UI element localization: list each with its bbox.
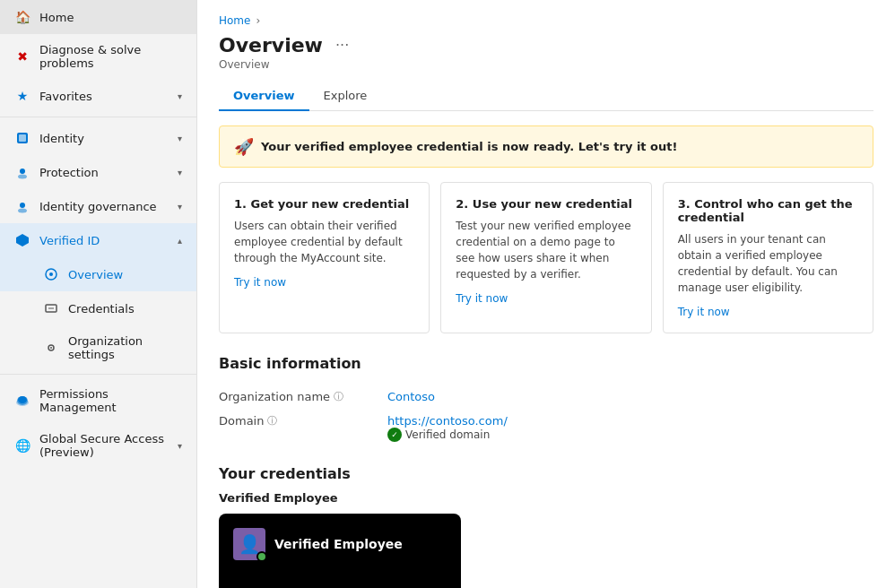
step-card-2: 2. Use your new credential Test your new… — [440, 182, 651, 333]
chevron-down-icon-governance: ▾ — [178, 202, 182, 212]
verified-id-icon — [14, 232, 30, 248]
svg-point-5 — [18, 209, 27, 213]
step-card-2-title: 2. Use your new credential — [456, 197, 636, 211]
credential-type-label: Verified Employee — [219, 491, 873, 505]
sidebar-submenu-item-overview[interactable]: Overview — [0, 257, 196, 291]
card-avatar-icon: 👤 — [239, 533, 261, 555]
sidebar-item-diagnose-label: Diagnose & solve problems — [39, 43, 182, 70]
sidebar-item-protection[interactable]: Protection ▾ — [0, 155, 196, 189]
sidebar-item-home-label: Home — [39, 11, 182, 24]
sidebar-item-global-secure-label: Global Secure Access (Preview) — [39, 432, 169, 459]
verified-check-icon: ✓ — [387, 428, 402, 442]
chevron-up-icon-verified-id: ▴ — [178, 236, 182, 246]
credential-ready-banner: 🚀 Your verified employee credential is n… — [219, 125, 873, 168]
sidebar-item-favorites[interactable]: ★ Favorites ▾ — [0, 79, 196, 113]
star-icon: ★ — [14, 88, 30, 104]
sidebar-item-verified-id[interactable]: Verified ID ▴ — [0, 223, 196, 257]
step-card-1-title: 1. Get your new credential — [234, 197, 414, 211]
domain-link[interactable]: https://contoso.com/ — [387, 414, 508, 428]
home-icon: 🏠 — [14, 9, 30, 25]
card-avatar-dot — [256, 551, 267, 562]
sidebar-item-permissions-label: Permissions Management — [39, 387, 182, 414]
chevron-down-icon-identity: ▾ — [178, 134, 182, 143]
step-card-1: 1. Get your new credential Users can obt… — [219, 182, 430, 333]
org-name-info-icon[interactable]: ⓘ — [334, 390, 343, 403]
sidebar-item-diagnose[interactable]: ✖ Diagnose & solve problems — [0, 34, 196, 79]
chevron-down-icon: ▾ — [178, 91, 182, 101]
sidebar-submenu-verified-id: Overview Credentials Organization settin… — [0, 257, 196, 370]
page-title: Overview — [219, 34, 323, 56]
cloud-icon — [14, 393, 30, 409]
banner-text: Your verified employee credential is now… — [261, 140, 677, 153]
step-card-3: 3. Control who can get the credential Al… — [663, 182, 873, 333]
sidebar-submenu-item-credentials[interactable]: Credentials — [0, 291, 196, 325]
sidebar-submenu-org-settings-label: Organization settings — [68, 334, 182, 361]
step-card-2-desc: Test your new verified employee credenti… — [456, 218, 636, 282]
sidebar-submenu-item-org-settings[interactable]: Organization settings — [0, 325, 196, 370]
step-card-1-try-link[interactable]: Try it now — [234, 276, 286, 289]
step-card-3-desc: All users in your tenant can obtain a ve… — [678, 231, 858, 296]
card-avatar: 👤 — [233, 528, 265, 560]
page-subtitle: Overview — [219, 58, 873, 71]
org-settings-icon — [43, 340, 59, 356]
credential-card-header: 👤 Verified Employee — [233, 528, 447, 560]
tabs: Overview Explore — [219, 82, 873, 111]
sidebar-item-identity[interactable]: Identity ▾ — [0, 121, 196, 155]
verified-domain-badge: ✓ Verified domain — [387, 428, 508, 442]
svg-point-8 — [49, 272, 53, 276]
step-card-3-title: 3. Control who can get the credential — [678, 197, 858, 224]
domain-label: Domain ⓘ — [219, 414, 380, 428]
breadcrumb-separator: › — [256, 14, 260, 27]
sidebar-item-favorites-label: Favorites — [39, 90, 169, 103]
domain-info-icon[interactable]: ⓘ — [267, 414, 277, 428]
svg-point-2 — [20, 169, 25, 174]
svg-marker-6 — [16, 234, 29, 246]
credential-card: 👤 Verified Employee Contoso — [219, 514, 461, 588]
identity-icon — [14, 130, 30, 146]
main-content: Home › Overview ··· Overview Overview Ex… — [197, 0, 895, 588]
basic-info-title: Basic information — [219, 355, 873, 372]
step-card-2-try-link[interactable]: Try it now — [456, 292, 508, 305]
tab-explore[interactable]: Explore — [309, 82, 382, 111]
domain-row: Domain ⓘ https://contoso.com/ ✓ Verified… — [219, 409, 873, 447]
globe-icon: 🌐 — [14, 437, 30, 454]
step-cards: 1. Get your new credential Users can obt… — [219, 182, 873, 333]
svg-point-15 — [18, 396, 27, 403]
sidebar-item-home[interactable]: 🏠 Home — [0, 0, 196, 34]
basic-info-table: Organization name ⓘ Contoso Domain ⓘ htt… — [219, 385, 873, 447]
org-name-row: Organization name ⓘ Contoso — [219, 385, 873, 409]
sidebar-submenu-credentials-label: Credentials — [68, 302, 182, 316]
credentials-section-title: Your credentials — [219, 465, 873, 482]
sidebar-item-identity-governance-label: Identity governance — [39, 200, 169, 213]
org-name-label: Organization name ⓘ — [219, 390, 380, 403]
sidebar-item-identity-label: Identity — [39, 132, 169, 145]
tab-overview[interactable]: Overview — [219, 82, 309, 111]
protection-icon — [14, 164, 30, 180]
step-card-3-try-link[interactable]: Try it now — [678, 306, 730, 318]
org-name-value: Contoso — [387, 390, 435, 403]
diagnose-icon: ✖ — [14, 48, 30, 65]
credentials-icon — [43, 300, 59, 316]
overview-icon — [43, 266, 59, 282]
breadcrumb-home[interactable]: Home — [219, 14, 250, 27]
page-menu-button[interactable]: ··· — [330, 35, 354, 56]
chevron-down-icon-protection: ▾ — [178, 168, 182, 177]
sidebar-item-identity-governance[interactable]: Identity governance ▾ — [0, 189, 196, 223]
governance-icon — [14, 198, 30, 214]
sidebar-item-protection-label: Protection — [39, 166, 169, 179]
sidebar: 🏠 Home ✖ Diagnose & solve problems ★ Fav… — [0, 0, 197, 588]
rocket-icon: 🚀 — [234, 137, 254, 156]
svg-point-12 — [50, 347, 52, 349]
svg-rect-1 — [19, 134, 26, 142]
card-name: Verified Employee — [274, 537, 403, 551]
breadcrumb: Home › — [219, 14, 873, 27]
svg-point-3 — [18, 175, 27, 179]
step-card-1-desc: Users can obtain their verified employee… — [234, 218, 414, 266]
chevron-down-icon-global: ▾ — [178, 441, 182, 451]
sidebar-submenu-overview-label: Overview — [68, 268, 182, 281]
sidebar-item-global-secure[interactable]: 🌐 Global Secure Access (Preview) ▾ — [0, 423, 196, 468]
sidebar-item-permissions[interactable]: Permissions Management — [0, 378, 196, 423]
page-header: Overview ··· — [219, 34, 873, 56]
svg-point-4 — [20, 203, 25, 208]
sidebar-item-verified-id-label: Verified ID — [39, 234, 169, 247]
